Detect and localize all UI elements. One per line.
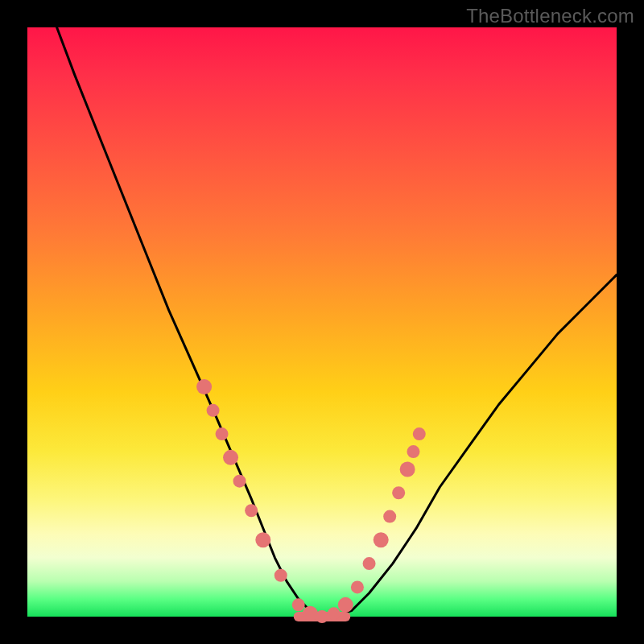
data-marker (374, 532, 389, 547)
data-marker (292, 598, 305, 611)
data-marker (316, 610, 328, 623)
watermark-text: TheBottleneck.com (466, 5, 634, 27)
data-marker (392, 486, 405, 499)
curve-markers (196, 379, 426, 623)
data-marker (338, 597, 353, 613)
plot-area (27, 27, 617, 617)
data-marker (196, 379, 212, 394)
chart-svg (27, 27, 617, 617)
data-marker (413, 427, 426, 440)
bottleneck-curve-path (57, 27, 617, 617)
data-marker (207, 404, 220, 417)
data-marker (223, 450, 238, 465)
data-marker (407, 445, 419, 458)
data-marker (328, 607, 341, 620)
data-marker (303, 606, 318, 621)
data-marker (216, 427, 229, 440)
data-marker (400, 462, 415, 477)
data-marker (383, 510, 396, 523)
data-marker (363, 557, 376, 570)
data-marker (233, 475, 246, 488)
data-marker (275, 569, 287, 582)
chart-frame: TheBottleneck.com (0, 0, 644, 644)
data-marker (351, 580, 364, 593)
data-marker (245, 504, 258, 517)
curve-line (57, 27, 617, 617)
data-marker (255, 532, 270, 547)
